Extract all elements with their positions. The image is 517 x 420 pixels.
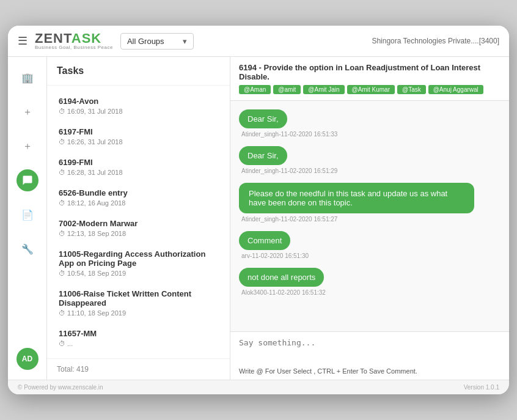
sidebar-icon-building[interactable]: 🏢	[16, 67, 38, 89]
logo-task: ASK	[72, 31, 101, 46]
task-item-6194[interactable]: 6194-Avon ⏱ 16:09, 31 Jul 2018	[47, 90, 230, 121]
chat-input[interactable]	[230, 332, 509, 363]
message-block-4: Comment arv-11-02-2020 16:51:30	[239, 231, 501, 259]
task-time: ⏱ 11:10, 18 Sep 2019	[59, 309, 220, 317]
task-item-6199[interactable]: 6199-FMI ⏱ 16:28, 31 Jul 2018	[47, 152, 230, 182]
message-block-5: not done all reports Alok3400-11-02-2020…	[239, 268, 501, 296]
logo-text: ZENTASK	[35, 32, 113, 45]
task-id-number: 6194 -	[239, 63, 263, 72]
task-list-panel: Tasks 6194-Avon ⏱ 16:09, 31 Jul 2018 619…	[47, 57, 230, 380]
logo: ZENTASK Business Goal, Business Peace	[35, 32, 113, 50]
message-meta: Atinder_singh-11-02-2020 16:51:33	[239, 131, 337, 138]
tag-amit[interactable]: @amit	[273, 85, 301, 94]
hamburger-icon[interactable]: ☰	[18, 34, 28, 48]
dropdown-label: All Groups	[127, 37, 164, 46]
task-item-11657[interactable]: 11657-MM ⏱ ...	[47, 323, 230, 353]
task-list-scroll[interactable]: 6194-Avon ⏱ 16:09, 31 Jul 2018 6197-FMI …	[47, 86, 230, 358]
task-time: ⏱ 16:09, 31 Jul 2018	[59, 108, 220, 115]
tag-row: @Aman @amit @Amit Jain @Amit Kumar @Task…	[239, 85, 501, 94]
task-time: ⏱ 16:26, 31 Jul 2018	[59, 138, 220, 146]
main-layout: 🏢 ＋ ＋ 📄 🔧 AD Tasks 6194-Avon ⏱ 16:09, 31…	[8, 57, 509, 380]
powered-by: © Powered by www.zenscale.in	[18, 384, 103, 391]
chat-messages: Dear Sir, Atinder_singh-11-02-2020 16:51…	[230, 101, 509, 331]
tag-task[interactable]: @Task	[397, 85, 426, 94]
message-block-3: Please do the needful in this task and u…	[239, 183, 501, 223]
tag-amit-jain[interactable]: @Amit Jain	[303, 85, 344, 94]
task-time: ⏱ 16:28, 31 Jul 2018	[59, 169, 220, 176]
message-bubble: Comment	[239, 231, 290, 250]
task-item-6197[interactable]: 6197-FMI ⏱ 16:26, 31 Jul 2018	[47, 121, 230, 152]
task-title: 6199-FMI	[59, 158, 220, 167]
task-item-6526[interactable]: 6526-Bundle entry ⏱ 18:12, 16 Aug 2018	[47, 182, 230, 213]
sidebar-icon-tools[interactable]: 🔧	[16, 238, 38, 260]
task-id-desc: Provide the option in Loan Readjustment …	[239, 63, 480, 81]
top-bar: ☰ ZENTASK Business Goal, Business Peace …	[8, 26, 509, 57]
sidebar: 🏢 ＋ ＋ 📄 🔧 AD	[8, 57, 47, 380]
message-block-2: Dear Sir, Atinder_singh-11-02-2020 16:51…	[239, 146, 501, 174]
task-time: ⏱ 10:54, 18 Sep 2019	[59, 270, 220, 277]
sidebar-icon-add2[interactable]: ＋	[16, 135, 38, 157]
chat-panel: 6194 - Provide the option in Loan Readju…	[230, 57, 509, 380]
sidebar-icon-add1[interactable]: ＋	[16, 101, 38, 123]
task-title: 6194-Avon	[59, 97, 220, 106]
chat-hint: Write @ For User Select , CTRL + Enter T…	[230, 365, 509, 380]
message-bubble: Please do the needful in this task and u…	[239, 183, 474, 213]
logo-zen: ZENT	[35, 31, 72, 46]
task-title: 6526-Bundle entry	[59, 188, 220, 197]
avatar[interactable]: AD	[16, 348, 38, 370]
task-title: 11006-Raise Ticket Written Content Disap…	[59, 289, 220, 308]
task-item-11005[interactable]: 11005-Regarding Access Authorization App…	[47, 243, 230, 283]
group-dropdown[interactable]: All Groups ▾	[120, 33, 194, 50]
company-info: Shingora Technologies Private....[3400]	[372, 37, 499, 45]
task-list-header: Tasks	[47, 57, 230, 86]
message-meta: Atinder_singh-11-02-2020 16:51:27	[239, 216, 337, 223]
task-title: 11657-MM	[59, 329, 220, 338]
message-meta: arv-11-02-2020 16:51:30	[239, 252, 309, 259]
message-bubble: Dear Sir,	[239, 109, 287, 128]
chat-task-id: 6194 - Provide the option in Loan Readju…	[239, 63, 501, 81]
message-bubble: Dear Sir,	[239, 146, 287, 165]
version: Version 1.0.1	[464, 384, 499, 391]
tag-anuj[interactable]: @Anuj Aggarwal	[428, 85, 483, 94]
task-time: ⏱ 12:13, 18 Sep 2018	[59, 230, 220, 237]
chevron-down-icon: ▾	[183, 37, 187, 46]
sidebar-bottom: AD	[16, 348, 38, 370]
tag-aman[interactable]: @Aman	[239, 85, 271, 94]
tag-amit-kumar[interactable]: @Amit Kumar	[347, 85, 395, 94]
chat-bubble-icon	[22, 175, 33, 186]
logo-sub: Business Goal, Business Peace	[35, 45, 113, 50]
task-title: 11005-Regarding Access Authorization App…	[59, 249, 220, 268]
message-meta: Atinder_singh-11-02-2020 16:51:29	[239, 168, 337, 174]
app-frame: ☰ ZENTASK Business Goal, Business Peace …	[8, 26, 509, 394]
task-title: 6197-FMI	[59, 127, 220, 136]
message-block-1: Dear Sir, Atinder_singh-11-02-2020 16:51…	[239, 109, 501, 138]
sidebar-icon-document[interactable]: 📄	[16, 204, 38, 226]
chat-input-area: Write @ For User Select , CTRL + Enter T…	[230, 331, 509, 380]
message-bubble: not done all reports	[239, 268, 324, 287]
task-item-11006[interactable]: 11006-Raise Ticket Written Content Disap…	[47, 283, 230, 323]
task-time: ⏱ 18:12, 16 Aug 2018	[59, 199, 220, 207]
chat-header: 6194 - Provide the option in Loan Readju…	[230, 57, 509, 101]
task-list-footer: Total: 419	[47, 358, 230, 380]
message-meta: Alok3400-11-02-2020 16:51:32	[239, 289, 326, 296]
task-item-7002[interactable]: 7002-Modern Marwar ⏱ 12:13, 18 Sep 2018	[47, 213, 230, 243]
sidebar-icon-chat[interactable]	[16, 169, 38, 191]
app-footer: © Powered by www.zenscale.in Version 1.0…	[8, 380, 509, 394]
task-time: ⏱ ...	[59, 340, 220, 347]
task-title: 7002-Modern Marwar	[59, 219, 220, 228]
